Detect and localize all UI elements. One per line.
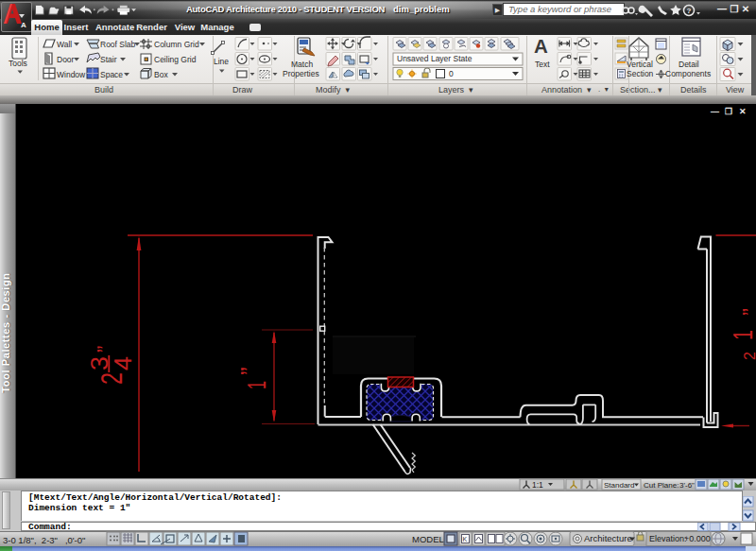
svg-text:1: 1	[242, 381, 271, 389]
svg-text:Cut Plane:: Cut Plane:	[644, 481, 679, 490]
svg-text:Stair: Stair	[100, 55, 117, 64]
svg-text:K: K	[463, 536, 468, 542]
svg-text:A: A	[534, 35, 548, 57]
svg-text:Wall: Wall	[57, 40, 72, 49]
svg-text:1: 1	[728, 330, 756, 340]
svg-text:”: ”	[93, 346, 116, 353]
svg-text:3'-6": 3'-6"	[679, 481, 695, 490]
svg-text:2: 2	[742, 352, 756, 360]
svg-text:Components: Components	[665, 69, 711, 78]
svg-text:Standard: Standard	[604, 481, 634, 490]
svg-text:Line: Line	[214, 57, 229, 66]
svg-text:Tools: Tools	[9, 59, 27, 68]
svg-text:0: 0	[449, 69, 454, 78]
svg-text:+0.000: +0.000	[684, 534, 711, 543]
svg-text:MODEL: MODEL	[412, 534, 444, 544]
svg-text:”: ”	[738, 308, 756, 316]
svg-text:Ceiling Grid: Ceiling Grid	[154, 55, 197, 64]
svg-text:Space: Space	[100, 70, 123, 79]
svg-text:Elevation:: Elevation:	[649, 534, 687, 543]
svg-text:Vertical: Vertical	[627, 60, 653, 69]
svg-text:Detail: Detail	[679, 60, 699, 69]
svg-text:Properties: Properties	[283, 69, 319, 78]
svg-text:Roof Slab: Roof Slab	[100, 40, 136, 49]
svg-text:2: 2	[94, 372, 129, 385]
svg-text:4: 4	[110, 356, 136, 370]
svg-text:”: ”	[235, 367, 264, 375]
svg-text:Match: Match	[291, 60, 313, 69]
svg-text:Text: Text	[535, 60, 550, 69]
svg-text:Column Grid: Column Grid	[154, 40, 199, 49]
svg-text:Architecture: Architecture	[584, 533, 632, 543]
svg-text:1:1: 1:1	[532, 480, 543, 490]
svg-text:Box: Box	[154, 70, 168, 79]
svg-text:Window: Window	[57, 70, 86, 79]
svg-text:?: ?	[687, 7, 692, 15]
svg-text:Section: Section	[627, 69, 654, 78]
svg-text:Door: Door	[57, 55, 75, 64]
svg-text:Unsaved Layer State: Unsaved Layer State	[397, 54, 472, 63]
